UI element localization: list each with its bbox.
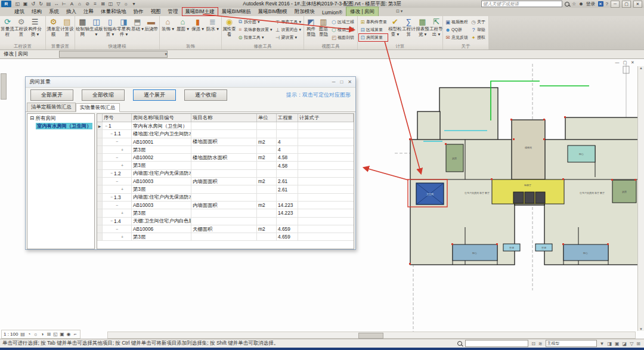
component-category-button[interactable]: ☰ 构件分类 ▾ (28, 17, 42, 44)
single-component-query-button[interactable]: ⊞ 单构件查量 (358, 18, 388, 26)
calc-settings-button[interactable]: ▤ 计算设置 (60, 17, 74, 44)
decor-param-settings-button[interactable]: ⌗ 装饰参数设置 ▾ (236, 26, 273, 33)
room-quantity-button[interactable]: ⊡ 房间算量 (358, 33, 388, 41)
undo-icon[interactable]: ↺ (29, 1, 37, 7)
tree-item-all-rooms[interactable]: ⊟ 所有房间 (27, 114, 94, 122)
feedback-button[interactable]: ✉ 意见反馈 (444, 33, 469, 41)
tab-physical-quantity-summary[interactable]: 实物量装饰汇总 (76, 103, 120, 112)
smart-layout-button[interactable]: ▯ 智能布置 ▾ (103, 17, 117, 44)
vertical-scrollbar-thumb[interactable] (1, 73, 7, 100)
set-closure-button[interactable]: ⊥ 设置闭合 ▾ (273, 26, 302, 33)
find-icon[interactable] (457, 341, 462, 346)
tab-insert[interactable]: 插入 (63, 7, 80, 16)
tab-modify-room[interactable]: 修改 | 房间 (346, 7, 379, 16)
visual-style-icon[interactable]: ◔ (26, 332, 32, 337)
search-input[interactable]: 键入关键字或短语 (481, 1, 562, 7)
search-icon[interactable] (565, 2, 569, 7)
table-row[interactable]: + 第3层 14.223 (97, 209, 354, 217)
minimize-button[interactable]: ─ (611, 1, 620, 8)
filter-selection-icon[interactable]: ⊞ (636, 341, 640, 346)
dialog-maximize-icon[interactable]: □ (340, 79, 343, 85)
table-row[interactable]: −1.2 内墙面:住宅户内无保温防水墙... (97, 170, 354, 178)
view-scale[interactable]: 1 : 100 (4, 332, 18, 337)
component-visibility-button[interactable]: ◩ 构件显隐 (305, 17, 317, 44)
print-icon[interactable]: ▤ (45, 1, 52, 7)
deduction-tools-button[interactable]: ⊜ 扣量工具 ▾ (236, 33, 273, 41)
aligned-dimension-icon[interactable]: ⊢ (60, 1, 68, 7)
tab-annotate[interactable]: 注释 (80, 7, 97, 16)
help-button[interactable]: ? 帮助 (469, 26, 487, 33)
switch-windows-icon[interactable]: ◫ (107, 1, 114, 7)
section-icon[interactable]: ⊘ (83, 1, 91, 7)
ribbon-display-toggle[interactable]: ⊡ ▾ (394, 8, 405, 15)
temporary-hide-icon[interactable]: ▣ (58, 332, 65, 337)
table-row[interactable]: −1.3 内墙面:住宅户内无保温防水墙... (97, 194, 354, 202)
list-quota-button[interactable]: ⚙ 清单定额 (47, 17, 60, 44)
foundation-button[interactable]: ⬒ 基础 ▾ (131, 17, 144, 44)
table-row[interactable]: + 第3层 2.61 (97, 185, 354, 193)
worksets-combo[interactable] (465, 340, 528, 347)
tab-addins[interactable]: 附加模块 (291, 7, 318, 16)
horizontal-scrollbar[interactable] (107, 332, 636, 339)
tab-manage[interactable]: 管理 (165, 7, 182, 16)
table-row[interactable]: + 第3层 4.58 (97, 162, 354, 169)
tab-collaborate[interactable]: 协作 (130, 7, 147, 16)
render-icon[interactable]: ☼ (122, 1, 130, 7)
login-button[interactable]: 登录 (586, 1, 596, 7)
region-quantity-button[interactable]: ⊟ 区域算量 (358, 26, 388, 33)
measure-icon[interactable]: ↔ (52, 1, 60, 7)
shadows-icon[interactable]: ◑ (39, 332, 45, 337)
insulation-button[interactable]: ▮ 保温 ▾ (190, 17, 205, 44)
tree-item-wet-rooms[interactable]: 室内有水房间（卫生间） (36, 123, 92, 129)
maximize-button[interactable]: ▢ (622, 1, 631, 8)
save-icon[interactable]: ▣ (21, 1, 29, 7)
misc-component-button[interactable]: ◨ 零星构件 ▾ (117, 17, 131, 44)
report-preview-button[interactable]: ▦ 报表预览 ▾ (416, 17, 429, 44)
post-cast-strip-button[interactable]: ▬ 后浇带 (144, 17, 158, 44)
3d-view-icon[interactable]: ⌂ (76, 1, 83, 7)
align-tools-button[interactable]: ⊤ 平齐工具 ▾ (273, 18, 302, 26)
elevator-3[interactable] (535, 192, 545, 203)
analytical-model-icon[interactable]: ⌐ (72, 332, 78, 337)
tab-chenxi-bim-rebar[interactable]: 晨曦BIM钢筋 (218, 7, 255, 16)
table-row[interactable]: −1.1 楼地面:住宅户内卫生间防水楼... (97, 130, 354, 138)
tab-chenxi-bim-civil[interactable]: 晨曦BIM土建 (182, 7, 218, 16)
editing-requests-icon[interactable]: ⊡ (531, 341, 535, 346)
table-row[interactable]: − AB10001 楼地面面积 m2 4 (97, 138, 354, 146)
project-calc-button[interactable]: ∑ 工程计算 (402, 17, 416, 44)
table-row[interactable]: + 第3层 4.659 (97, 233, 354, 241)
tab-systems[interactable]: 系统 (45, 7, 63, 16)
sun-path-icon[interactable]: ☼ (32, 332, 39, 337)
close-button[interactable]: ✕ (633, 1, 642, 8)
floor-3d-button[interactable]: ⬡ 楼层三维 (330, 26, 355, 33)
tab-view[interactable]: 视图 (147, 7, 165, 16)
tab-architecture[interactable]: 建筑 (11, 7, 28, 16)
table-row[interactable]: − AB10003 内墙面面积 m2 2.61 (97, 178, 354, 185)
project-export-button[interactable]: ⇱ 工程导出 ▾ (429, 17, 443, 44)
expand-one-button[interactable]: 逐个展开 (133, 89, 176, 101)
tab-list-quota-summary[interactable]: 清单定额装饰汇总 (27, 103, 76, 111)
about-button[interactable]: ◷ 关于 (469, 18, 487, 26)
press-drag-icon[interactable]: ▣ (615, 341, 620, 346)
help-icon[interactable]: ? (606, 1, 608, 7)
horizontal-scrollbar-thumb[interactable] (358, 333, 383, 339)
revit-logo[interactable]: R (1, 1, 11, 7)
crop-view-icon[interactable]: ⊞ (45, 332, 52, 337)
expand-all-button[interactable]: 全部展开 (30, 89, 73, 101)
split-drawing-button[interactable]: ⧉ 拆分图 ▾ (236, 18, 273, 26)
design-option-combo[interactable]: 主模型 (546, 340, 597, 347)
collapse-one-button[interactable]: 逐个收缩 (184, 89, 227, 101)
collapse-all-button[interactable]: 全部收缩 (82, 89, 125, 101)
editable-only-icon[interactable]: ▼ (600, 341, 605, 346)
crop-region-icon[interactable]: ◱ (52, 332, 58, 337)
exchange-apps-icon[interactable]: ✕ (598, 1, 603, 7)
quantity-flow-button[interactable]: ⟳ 算量流程 (1, 17, 14, 44)
license-button[interactable]: ✦ 授权 (469, 33, 487, 41)
star-icon[interactable]: ☆ (572, 1, 576, 7)
tab-massing-site[interactable]: 体量和场地 (97, 7, 130, 16)
draw-grid-button[interactable]: ▦ 绘制轴网 (76, 17, 89, 44)
redo-icon[interactable]: ↻ (37, 1, 45, 7)
waterproof-button[interactable]: ≣ 防水 ▾ (205, 17, 220, 44)
design-options-icon[interactable]: ≋ (538, 341, 543, 346)
dialog-title-bar[interactable]: 房间算量 ─ □ ✕ (26, 77, 355, 88)
